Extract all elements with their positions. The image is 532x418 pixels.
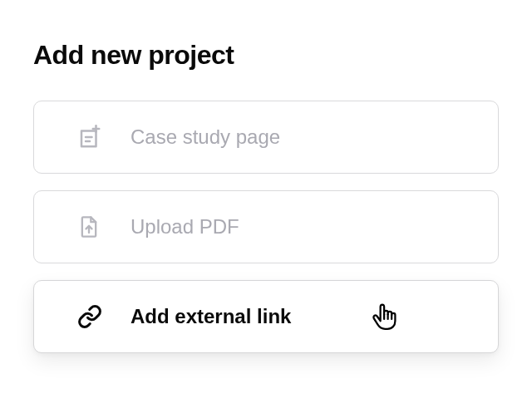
option-external-link[interactable]: Add external link	[33, 280, 499, 353]
option-label: Case study page	[131, 125, 280, 149]
option-case-study[interactable]: Case study page	[33, 101, 499, 174]
svg-rect-0	[81, 131, 96, 147]
page-plus-icon	[77, 125, 107, 150]
link-icon	[77, 304, 107, 329]
option-label: Upload PDF	[131, 215, 239, 239]
options-list: Case study page Upload PDF Add external …	[33, 101, 499, 353]
option-label: Add external link	[131, 305, 291, 328]
page-title: Add new project	[33, 40, 499, 71]
option-upload-pdf[interactable]: Upload PDF	[33, 190, 499, 263]
file-upload-icon	[77, 215, 107, 239]
pointer-cursor-icon	[368, 302, 398, 335]
